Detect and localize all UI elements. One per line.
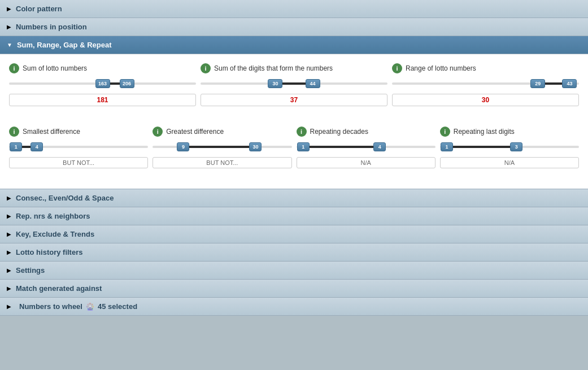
consec-section[interactable]: ▶ Consec., Even/Odd & Space	[0, 189, 588, 207]
sum-digits-handle-left[interactable]: 30	[268, 79, 282, 88]
numbers-in-position-section[interactable]: ▶ Numbers in position	[0, 18, 588, 36]
repeating-decades-slider[interactable]: 1 4	[297, 141, 435, 153]
repeating-decades-handle-right[interactable]: 4	[373, 142, 386, 151]
repeating-last-digits-label-row: i Repeating last digits	[440, 127, 579, 137]
filter-repeating-decades: i Repeating decades 1 4 N/A	[297, 127, 435, 168]
greatest-diff-fill	[183, 146, 255, 148]
sum-lotto-label-row: i Sum of lotto numbers	[9, 63, 196, 73]
sum-digits-label-row: i Sum of the digits that form the number…	[201, 63, 387, 73]
settings-arrow: ▶	[7, 267, 11, 273]
range-lotto-track	[392, 82, 579, 85]
key-exclude-arrow: ▶	[7, 231, 11, 237]
sum-range-content: i Sum of lotto numbers 163 206 181 i Sum…	[0, 54, 588, 189]
filter-smallest-diff: i Smallest difference 1 4 BUT NOT...	[9, 127, 148, 168]
filter-sum-lotto: i Sum of lotto numbers 163 206 181	[9, 63, 196, 106]
sum-lotto-value: 181	[9, 94, 196, 106]
numbers-in-position-title: Numbers in position	[16, 23, 87, 31]
repeating-decades-label-row: i Repeating decades	[297, 127, 435, 137]
numbers-to-wheel-arrow: ▶	[7, 303, 11, 310]
sum-digits-track	[201, 82, 387, 85]
key-exclude-title: Key, Exclude & Trends	[16, 230, 94, 238]
lotto-history-section[interactable]: ▶ Lotto history filters	[0, 243, 588, 262]
sum-digits-label: Sum of the digits that form the numbers	[214, 64, 333, 72]
greatest-diff-label-row: i Greatest difference	[153, 127, 291, 137]
repeating-decades-fill	[303, 146, 380, 148]
settings-title: Settings	[16, 266, 45, 275]
repeating-last-digits-track	[440, 146, 579, 148]
smallest-diff-handle-left[interactable]: 1	[10, 142, 22, 151]
consec-title: Consec., Even/Odd & Space	[16, 194, 114, 202]
color-pattern-section[interactable]: ▶ Color pattern	[0, 0, 588, 18]
numbers-to-wheel-section[interactable]: ▶ Numbers to wheel 🎡 45 selected	[0, 298, 588, 316]
repeating-last-digits-handle-right[interactable]: 3	[510, 142, 522, 151]
rep-nrs-arrow: ▶	[7, 213, 11, 219]
lotto-history-arrow: ▶	[7, 249, 11, 255]
sum-digits-info-icon[interactable]: i	[201, 63, 211, 73]
repeating-last-digits-label: Repeating last digits	[454, 128, 515, 136]
match-generated-section[interactable]: ▶ Match generated against	[0, 280, 588, 298]
repeating-decades-track	[297, 146, 435, 148]
filter-repeating-last-digits: i Repeating last digits 1 3 N/A	[440, 127, 579, 168]
range-lotto-value: 30	[392, 94, 579, 106]
repeating-decades-info-icon[interactable]: i	[297, 127, 307, 137]
range-lotto-info-icon[interactable]: i	[392, 63, 402, 73]
repeating-last-digits-info-icon[interactable]: i	[440, 127, 450, 137]
filter-sum-digits: i Sum of the digits that form the number…	[201, 63, 387, 106]
smallest-diff-slider[interactable]: 1 4	[9, 141, 148, 153]
sum-range-title: Sum, Range, Gap & Repeat	[17, 41, 112, 49]
repeating-decades-handle-left[interactable]: 1	[297, 142, 310, 151]
smallest-diff-handle-right[interactable]: 4	[31, 142, 43, 151]
match-generated-title: Match generated against	[16, 284, 102, 293]
sum-lotto-label: Sum of lotto numbers	[23, 64, 87, 72]
sum-digits-handle-right[interactable]: 44	[306, 79, 320, 88]
sum-lotto-handle-right[interactable]: 206	[120, 79, 134, 88]
filter-row-2: i Smallest difference 1 4 BUT NOT... i G…	[9, 127, 579, 168]
smallest-diff-track	[9, 146, 148, 148]
smallest-diff-info-icon[interactable]: i	[9, 127, 19, 137]
sum-lotto-slider[interactable]: 163 206	[9, 78, 196, 89]
range-lotto-slider[interactable]: 29 43	[392, 78, 579, 89]
smallest-diff-value: BUT NOT...	[9, 157, 148, 168]
consec-arrow: ▶	[7, 195, 11, 201]
greatest-diff-handle-right[interactable]: 30	[249, 142, 262, 151]
greatest-diff-info-icon[interactable]: i	[153, 127, 163, 137]
filter-row-1: i Sum of lotto numbers 163 206 181 i Sum…	[9, 63, 579, 106]
numbers-to-wheel-icon: 🎡	[86, 303, 94, 311]
filter-range-lotto: i Range of lotto numbers 29 43 30	[392, 63, 579, 106]
repeating-last-digits-value: N/A	[440, 157, 579, 168]
sum-digits-value: 37	[201, 94, 387, 106]
sum-lotto-info-icon[interactable]: i	[9, 63, 19, 73]
filter-row-separator	[9, 117, 579, 127]
rep-nrs-section[interactable]: ▶ Rep. nrs & neighbors	[0, 207, 588, 225]
sum-lotto-handle-left[interactable]: 163	[95, 79, 110, 88]
sum-digits-slider[interactable]: 30 44	[201, 78, 387, 89]
rep-nrs-title: Rep. nrs & neighbors	[16, 212, 90, 220]
greatest-diff-label: Greatest difference	[166, 128, 224, 136]
sum-range-section[interactable]: ▼ Sum, Range, Gap & Repeat	[0, 36, 588, 54]
smallest-diff-label: Smallest difference	[23, 128, 80, 136]
repeating-last-digits-slider[interactable]: 1 3	[440, 141, 579, 153]
repeating-last-digits-fill	[447, 146, 516, 148]
color-pattern-title: Color pattern	[16, 5, 62, 13]
range-lotto-label-row: i Range of lotto numbers	[392, 63, 579, 73]
range-lotto-handle-left[interactable]: 29	[530, 79, 545, 88]
greatest-diff-track	[153, 146, 291, 148]
numbers-to-wheel-title: Numbers to wheel	[19, 302, 82, 311]
smallest-diff-label-row: i Smallest difference	[9, 127, 148, 137]
sum-range-arrow: ▼	[7, 42, 12, 48]
key-exclude-section[interactable]: ▶ Key, Exclude & Trends	[0, 225, 588, 243]
repeating-decades-value: N/A	[297, 157, 435, 168]
numbers-to-wheel-count: 45 selected	[98, 302, 137, 311]
greatest-diff-slider[interactable]: 9 30	[153, 141, 291, 153]
settings-section[interactable]: ▶ Settings	[0, 262, 588, 280]
numbers-in-position-arrow: ▶	[7, 24, 11, 30]
range-lotto-handle-right[interactable]: 43	[562, 79, 577, 88]
range-lotto-label: Range of lotto numbers	[406, 64, 476, 72]
greatest-diff-value: BUT NOT...	[153, 157, 291, 168]
match-generated-arrow: ▶	[7, 285, 11, 291]
repeating-last-digits-handle-left[interactable]: 1	[441, 142, 453, 151]
repeating-decades-label: Repeating decades	[310, 128, 368, 136]
color-pattern-arrow: ▶	[7, 6, 11, 12]
filter-greatest-diff: i Greatest difference 9 30 BUT NOT...	[153, 127, 291, 168]
greatest-diff-handle-left[interactable]: 9	[177, 142, 189, 151]
